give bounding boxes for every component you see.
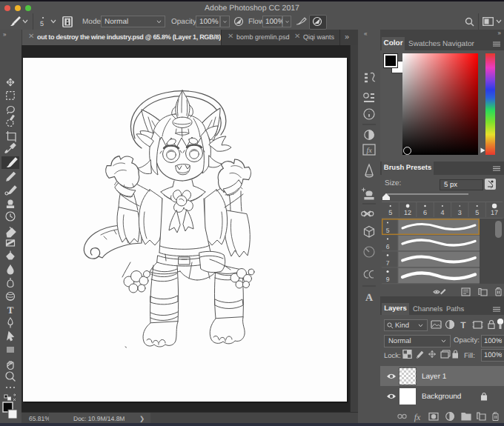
svg-text:12: 12 [404,209,411,216]
svg-text:6: 6 [386,243,390,250]
svg-text:9: 9 [386,276,390,283]
svg-text:T: T [460,320,466,330]
svg-text:4: 4 [440,209,444,216]
svg-text:7: 7 [386,259,390,267]
svg-text:fx: fx [366,147,372,155]
svg-text:3: 3 [458,209,462,216]
svg-text:5: 5 [386,227,390,234]
svg-text:17: 17 [491,209,498,216]
svg-text:5: 5 [388,209,392,216]
svg-text:A: A [365,293,374,304]
svg-text:6: 6 [423,209,427,216]
svg-text:T: T [7,304,14,316]
svg-text:5: 5 [475,209,479,216]
svg-text:fx: fx [414,412,421,422]
